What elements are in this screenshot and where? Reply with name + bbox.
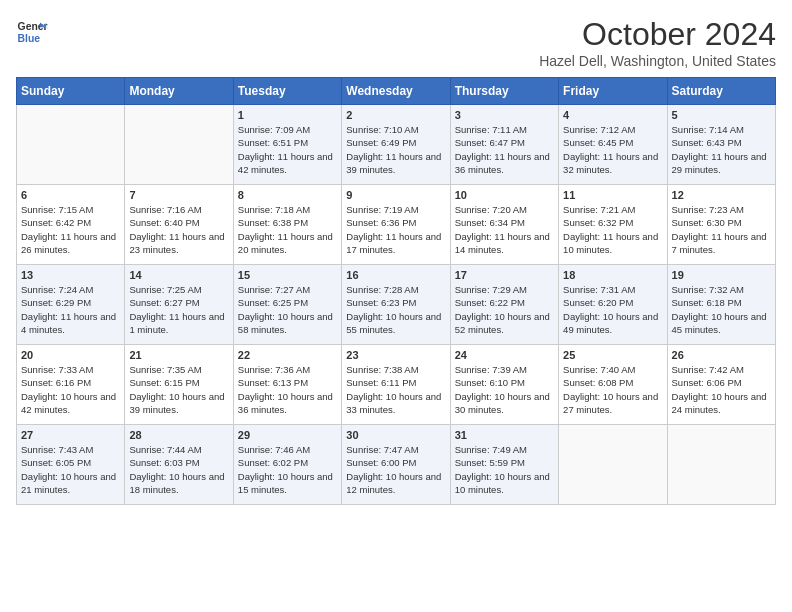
day-info: Sunrise: 7:28 AMSunset: 6:23 PMDaylight:… <box>346 283 445 336</box>
day-number: 5 <box>672 109 771 121</box>
calendar-cell: 14Sunrise: 7:25 AMSunset: 6:27 PMDayligh… <box>125 265 233 345</box>
calendar-cell: 9Sunrise: 7:19 AMSunset: 6:36 PMDaylight… <box>342 185 450 265</box>
day-number: 3 <box>455 109 554 121</box>
day-info: Sunrise: 7:15 AMSunset: 6:42 PMDaylight:… <box>21 203 120 256</box>
day-info: Sunrise: 7:10 AMSunset: 6:49 PMDaylight:… <box>346 123 445 176</box>
header-thursday: Thursday <box>450 78 558 105</box>
calendar-week-3: 13Sunrise: 7:24 AMSunset: 6:29 PMDayligh… <box>17 265 776 345</box>
day-info: Sunrise: 7:31 AMSunset: 6:20 PMDaylight:… <box>563 283 662 336</box>
day-number: 25 <box>563 349 662 361</box>
day-info: Sunrise: 7:12 AMSunset: 6:45 PMDaylight:… <box>563 123 662 176</box>
day-info: Sunrise: 7:09 AMSunset: 6:51 PMDaylight:… <box>238 123 337 176</box>
title-block: October 2024 Hazel Dell, Washington, Uni… <box>539 16 776 69</box>
calendar-cell: 6Sunrise: 7:15 AMSunset: 6:42 PMDaylight… <box>17 185 125 265</box>
header-monday: Monday <box>125 78 233 105</box>
day-info: Sunrise: 7:40 AMSunset: 6:08 PMDaylight:… <box>563 363 662 416</box>
calendar-cell: 13Sunrise: 7:24 AMSunset: 6:29 PMDayligh… <box>17 265 125 345</box>
calendar-week-1: 1Sunrise: 7:09 AMSunset: 6:51 PMDaylight… <box>17 105 776 185</box>
day-number: 8 <box>238 189 337 201</box>
day-info: Sunrise: 7:18 AMSunset: 6:38 PMDaylight:… <box>238 203 337 256</box>
calendar-cell: 12Sunrise: 7:23 AMSunset: 6:30 PMDayligh… <box>667 185 775 265</box>
calendar-cell: 25Sunrise: 7:40 AMSunset: 6:08 PMDayligh… <box>559 345 667 425</box>
day-number: 9 <box>346 189 445 201</box>
calendar-cell <box>17 105 125 185</box>
day-number: 13 <box>21 269 120 281</box>
calendar-cell: 26Sunrise: 7:42 AMSunset: 6:06 PMDayligh… <box>667 345 775 425</box>
calendar-cell: 11Sunrise: 7:21 AMSunset: 6:32 PMDayligh… <box>559 185 667 265</box>
day-number: 28 <box>129 429 228 441</box>
day-info: Sunrise: 7:35 AMSunset: 6:15 PMDaylight:… <box>129 363 228 416</box>
header-sunday: Sunday <box>17 78 125 105</box>
calendar-week-4: 20Sunrise: 7:33 AMSunset: 6:16 PMDayligh… <box>17 345 776 425</box>
day-number: 30 <box>346 429 445 441</box>
day-number: 6 <box>21 189 120 201</box>
day-info: Sunrise: 7:47 AMSunset: 6:00 PMDaylight:… <box>346 443 445 496</box>
header-row: Sunday Monday Tuesday Wednesday Thursday… <box>17 78 776 105</box>
day-number: 10 <box>455 189 554 201</box>
day-info: Sunrise: 7:42 AMSunset: 6:06 PMDaylight:… <box>672 363 771 416</box>
calendar-cell: 30Sunrise: 7:47 AMSunset: 6:00 PMDayligh… <box>342 425 450 505</box>
calendar-cell: 20Sunrise: 7:33 AMSunset: 6:16 PMDayligh… <box>17 345 125 425</box>
day-info: Sunrise: 7:16 AMSunset: 6:40 PMDaylight:… <box>129 203 228 256</box>
day-info: Sunrise: 7:24 AMSunset: 6:29 PMDaylight:… <box>21 283 120 336</box>
day-number: 29 <box>238 429 337 441</box>
day-info: Sunrise: 7:49 AMSunset: 5:59 PMDaylight:… <box>455 443 554 496</box>
logo-icon: General Blue <box>16 16 48 48</box>
day-number: 17 <box>455 269 554 281</box>
month-title: October 2024 <box>539 16 776 53</box>
day-number: 2 <box>346 109 445 121</box>
calendar-cell: 22Sunrise: 7:36 AMSunset: 6:13 PMDayligh… <box>233 345 341 425</box>
day-number: 7 <box>129 189 228 201</box>
calendar-cell: 31Sunrise: 7:49 AMSunset: 5:59 PMDayligh… <box>450 425 558 505</box>
day-info: Sunrise: 7:46 AMSunset: 6:02 PMDaylight:… <box>238 443 337 496</box>
header-friday: Friday <box>559 78 667 105</box>
calendar-cell: 27Sunrise: 7:43 AMSunset: 6:05 PMDayligh… <box>17 425 125 505</box>
day-info: Sunrise: 7:33 AMSunset: 6:16 PMDaylight:… <box>21 363 120 416</box>
calendar-cell: 21Sunrise: 7:35 AMSunset: 6:15 PMDayligh… <box>125 345 233 425</box>
day-number: 14 <box>129 269 228 281</box>
calendar-cell: 24Sunrise: 7:39 AMSunset: 6:10 PMDayligh… <box>450 345 558 425</box>
calendar-week-2: 6Sunrise: 7:15 AMSunset: 6:42 PMDaylight… <box>17 185 776 265</box>
day-number: 12 <box>672 189 771 201</box>
calendar-cell: 16Sunrise: 7:28 AMSunset: 6:23 PMDayligh… <box>342 265 450 345</box>
svg-text:Blue: Blue <box>18 33 41 44</box>
calendar-cell: 8Sunrise: 7:18 AMSunset: 6:38 PMDaylight… <box>233 185 341 265</box>
logo: General Blue <box>16 16 48 48</box>
calendar-cell: 3Sunrise: 7:11 AMSunset: 6:47 PMDaylight… <box>450 105 558 185</box>
day-number: 15 <box>238 269 337 281</box>
day-number: 31 <box>455 429 554 441</box>
calendar-cell: 29Sunrise: 7:46 AMSunset: 6:02 PMDayligh… <box>233 425 341 505</box>
day-info: Sunrise: 7:38 AMSunset: 6:11 PMDaylight:… <box>346 363 445 416</box>
calendar-header: Sunday Monday Tuesday Wednesday Thursday… <box>17 78 776 105</box>
day-number: 27 <box>21 429 120 441</box>
day-info: Sunrise: 7:39 AMSunset: 6:10 PMDaylight:… <box>455 363 554 416</box>
day-number: 1 <box>238 109 337 121</box>
day-info: Sunrise: 7:36 AMSunset: 6:13 PMDaylight:… <box>238 363 337 416</box>
calendar-cell: 5Sunrise: 7:14 AMSunset: 6:43 PMDaylight… <box>667 105 775 185</box>
day-number: 4 <box>563 109 662 121</box>
day-info: Sunrise: 7:29 AMSunset: 6:22 PMDaylight:… <box>455 283 554 336</box>
day-number: 26 <box>672 349 771 361</box>
header-wednesday: Wednesday <box>342 78 450 105</box>
day-number: 18 <box>563 269 662 281</box>
location: Hazel Dell, Washington, United States <box>539 53 776 69</box>
calendar-cell: 23Sunrise: 7:38 AMSunset: 6:11 PMDayligh… <box>342 345 450 425</box>
day-info: Sunrise: 7:11 AMSunset: 6:47 PMDaylight:… <box>455 123 554 176</box>
day-info: Sunrise: 7:19 AMSunset: 6:36 PMDaylight:… <box>346 203 445 256</box>
calendar-cell: 19Sunrise: 7:32 AMSunset: 6:18 PMDayligh… <box>667 265 775 345</box>
day-info: Sunrise: 7:21 AMSunset: 6:32 PMDaylight:… <box>563 203 662 256</box>
day-info: Sunrise: 7:25 AMSunset: 6:27 PMDaylight:… <box>129 283 228 336</box>
day-number: 20 <box>21 349 120 361</box>
calendar-cell <box>667 425 775 505</box>
day-number: 21 <box>129 349 228 361</box>
calendar-cell <box>559 425 667 505</box>
header-saturday: Saturday <box>667 78 775 105</box>
day-info: Sunrise: 7:44 AMSunset: 6:03 PMDaylight:… <box>129 443 228 496</box>
calendar-cell: 1Sunrise: 7:09 AMSunset: 6:51 PMDaylight… <box>233 105 341 185</box>
day-number: 23 <box>346 349 445 361</box>
day-info: Sunrise: 7:20 AMSunset: 6:34 PMDaylight:… <box>455 203 554 256</box>
day-info: Sunrise: 7:32 AMSunset: 6:18 PMDaylight:… <box>672 283 771 336</box>
header-tuesday: Tuesday <box>233 78 341 105</box>
day-number: 16 <box>346 269 445 281</box>
day-number: 22 <box>238 349 337 361</box>
